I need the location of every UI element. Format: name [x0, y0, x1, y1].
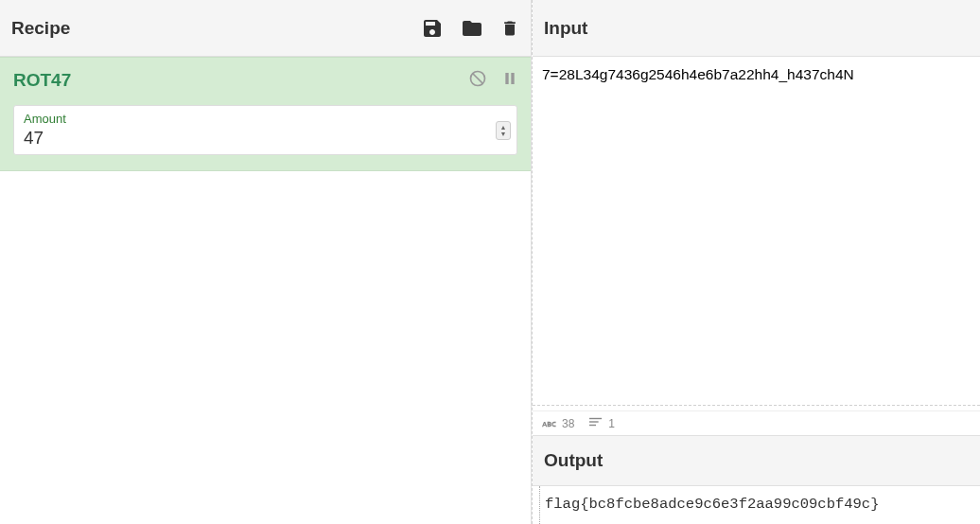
- svg-line-1: [473, 74, 482, 83]
- recipe-pane: Recipe ROT47: [0, 0, 532, 524]
- amount-input[interactable]: [24, 128, 479, 148]
- input-header: Input: [533, 0, 980, 57]
- stepper-down-icon[interactable]: ▼: [500, 131, 507, 137]
- folder-icon[interactable]: [461, 17, 483, 40]
- disable-icon[interactable]: [468, 69, 487, 92]
- pause-icon[interactable]: [502, 70, 517, 91]
- char-count-stat: ᴀʙᴄ 38: [542, 417, 574, 430]
- recipe-header: Recipe: [0, 0, 531, 57]
- save-icon[interactable]: [421, 17, 444, 40]
- output-title: Output: [544, 450, 603, 471]
- trash-icon[interactable]: [500, 17, 519, 40]
- char-count-value: 38: [562, 417, 574, 430]
- chars-icon: ᴀʙᴄ: [542, 419, 556, 428]
- param-amount[interactable]: Amount ▲ ▼: [13, 105, 517, 155]
- lines-icon: [589, 416, 603, 430]
- stepper-up-icon[interactable]: ▲: [500, 124, 507, 131]
- output-text[interactable]: flag{bc8fcbe8adce9c6e3f2aa99c09cbf49c}: [539, 486, 980, 524]
- io-pane: Input ᴀʙᴄ 38 1 Output flag{bc8fcbe8adce9…: [532, 0, 980, 524]
- input-textarea[interactable]: [533, 57, 980, 405]
- recipe-header-actions: [421, 17, 519, 40]
- svg-rect-3: [511, 73, 514, 84]
- operation-controls: [468, 69, 517, 92]
- line-count-value: 1: [608, 417, 615, 430]
- line-count-stat: 1: [589, 416, 615, 430]
- amount-stepper[interactable]: ▲ ▼: [496, 121, 511, 140]
- operation-name: ROT47: [13, 70, 71, 91]
- operation-header: ROT47: [13, 69, 517, 105]
- recipe-title: Recipe: [11, 18, 70, 39]
- output-stats: ᴀʙᴄ 38 1: [533, 410, 980, 435]
- output-header: Output: [533, 435, 980, 486]
- param-label: Amount: [24, 112, 507, 126]
- operation-rot47[interactable]: ROT47 Amount ▲ ▼: [0, 57, 531, 171]
- input-title: Input: [544, 18, 587, 39]
- svg-rect-2: [505, 73, 508, 84]
